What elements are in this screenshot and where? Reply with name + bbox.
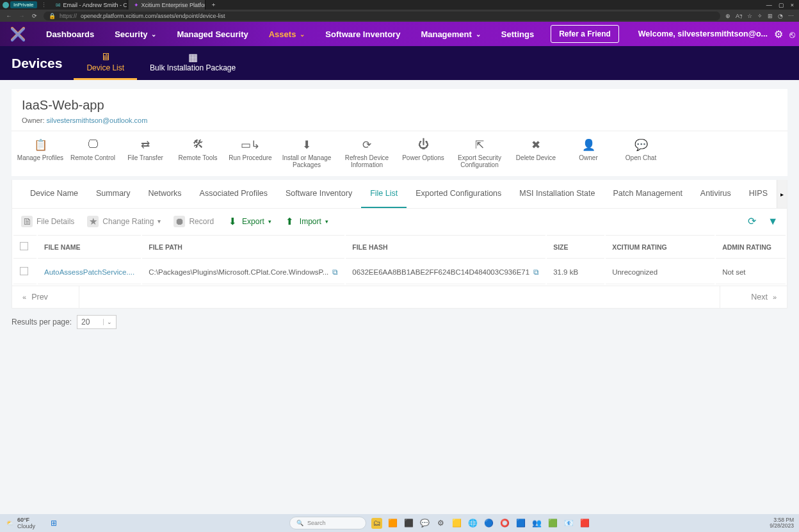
action-manage-profiles[interactable]: 📋Manage Profiles [15, 138, 65, 170]
record-button[interactable]: ⏺Record [174, 216, 214, 227]
row-checkbox[interactable] [20, 267, 28, 275]
results-per-page-select[interactable]: 20 ⌄ [77, 315, 117, 329]
action-export-security[interactable]: ⇱Export Security Configuration [451, 138, 508, 170]
tab-msi-state[interactable]: MSI Installation State [510, 180, 604, 208]
file-details-button[interactable]: 🗎File Details [21, 216, 74, 227]
last-page-icon[interactable]: » [773, 293, 777, 301]
action-file-transfer[interactable]: ⇄File Transfer [120, 138, 170, 170]
col-size[interactable]: SIZE [547, 235, 604, 259]
back-icon[interactable]: ← [5, 12, 13, 20]
col-file-hash[interactable]: FILE HASH [346, 235, 545, 259]
forward-icon[interactable]: → [18, 12, 26, 20]
tab-hips[interactable]: HIPS [740, 180, 777, 208]
tab-summary[interactable]: Summary [87, 180, 139, 208]
action-delete-device[interactable]: ✖Delete Device [511, 138, 561, 170]
tb-app-icon[interactable]: 🟥 [579, 518, 590, 529]
delete-icon: ✖ [531, 139, 540, 150]
tb-chrome-icon[interactable]: ⭕ [499, 518, 510, 529]
tab-exported-configs[interactable]: Exported Configurations [407, 180, 510, 208]
new-tab-button[interactable]: ＋ [207, 1, 220, 9]
tab-associated-profiles[interactable]: Associated Profiles [191, 180, 277, 208]
action-owner[interactable]: 👤Owner [563, 138, 613, 170]
copy-path-icon[interactable]: ⧉ [328, 268, 338, 277]
tab-file-list[interactable]: File List [361, 180, 407, 208]
minimize-icon[interactable]: — [766, 2, 772, 8]
nav-settings[interactable]: Settings [491, 22, 544, 46]
col-file-path[interactable]: FILE PATH [142, 235, 344, 259]
collections-icon[interactable]: ✧ [757, 13, 763, 19]
col-admin-rating[interactable]: ADMIN RATING [716, 235, 786, 259]
sub-tab-device-list[interactable]: 🖥 Device List [74, 46, 137, 80]
next-button[interactable]: Next [751, 293, 768, 302]
tab-software-inventory[interactable]: Software Inventory [277, 180, 361, 208]
export-icon: ⬇ [227, 216, 238, 227]
export-button[interactable]: ⬇Export▾ [227, 216, 271, 227]
read-aloud-icon[interactable]: A⁊ [736, 13, 742, 19]
tb-chat-icon[interactable]: 💬 [419, 518, 430, 529]
prev-button[interactable]: Prev [31, 293, 48, 302]
tb-app-icon[interactable]: ⬛ [403, 518, 414, 529]
change-rating-button[interactable]: ★Change Rating▾ [87, 216, 161, 227]
action-power-options[interactable]: ⏻Power Options [398, 138, 448, 170]
action-remote-tools[interactable]: 🛠Remote Tools [173, 138, 223, 170]
close-window-icon[interactable]: × [791, 2, 794, 8]
taskbar-search[interactable]: 🔍 Search [289, 517, 366, 529]
tb-settings-icon[interactable]: ⚙ [435, 518, 446, 529]
nav-software-inventory[interactable]: Software Inventory [315, 22, 410, 46]
nav-dashboards[interactable]: Dashboards [36, 22, 104, 46]
search-icon[interactable]: ⊕ [725, 13, 730, 19]
select-all-checkbox[interactable] [20, 242, 28, 250]
nav-security[interactable]: Security⌄ [104, 22, 166, 46]
gear-icon[interactable]: ⚙ [774, 28, 783, 40]
tb-outlook-icon[interactable]: 📧 [563, 518, 574, 529]
tb-app-icon[interactable]: 🟨 [451, 518, 462, 529]
nav-assets[interactable]: Assets⌄ [259, 22, 316, 46]
first-page-icon[interactable]: « [22, 293, 26, 301]
favorite-icon[interactable]: ☆ [747, 13, 752, 19]
action-open-chat[interactable]: 💬Open Chat [616, 138, 666, 170]
extensions-icon[interactable]: ⊞ [768, 13, 773, 19]
tabs-scroll-right[interactable]: ▸ [777, 180, 787, 208]
browser-tab-outlook[interactable]: ✉ Email - Andrew Smith - Outlook × [51, 0, 127, 10]
tab-patch-management[interactable]: Patch Management [604, 180, 691, 208]
tb-app-icon[interactable]: 🟦 [515, 518, 526, 529]
tb-explorer-icon[interactable]: 🗂 [371, 518, 382, 529]
copy-hash-icon[interactable]: ⧉ [529, 268, 539, 277]
maximize-icon[interactable]: ▢ [779, 2, 784, 8]
action-remote-control[interactable]: 🖵Remote Control [68, 138, 118, 170]
tb-app-icon[interactable]: 🟩 [547, 518, 558, 529]
col-file-name[interactable]: FILE NAME [38, 235, 141, 259]
nav-managed-security[interactable]: Managed Security [166, 22, 258, 46]
tb-teams-icon[interactable]: 👥 [531, 518, 542, 529]
nav-management[interactable]: Management⌄ [410, 22, 490, 46]
file-name-link[interactable]: AutoAssessPatchService.... [44, 268, 134, 276]
tab-antivirus[interactable]: Antivirus [691, 180, 740, 208]
chevron-down-icon: ⌄ [151, 31, 156, 38]
tab-device-name[interactable]: Device Name [21, 180, 87, 208]
tb-edge-icon[interactable]: 🔵 [483, 518, 494, 529]
tb-app-icon[interactable]: 🟧 [387, 518, 398, 529]
action-install-packages[interactable]: ⬇Install or Manage Packages [278, 138, 335, 170]
xcitium-logo[interactable] [8, 24, 28, 44]
address-bar[interactable]: 🔒 https://openedr.platform.xcitium.com/a… [44, 12, 720, 20]
filter-icon[interactable]: ▼ [768, 216, 778, 227]
refresh-icon[interactable]: ⟳ [31, 12, 38, 20]
tab-networks[interactable]: Networks [140, 180, 191, 208]
sub-tab-bulk-install[interactable]: ▦ Bulk Installation Package [137, 46, 248, 80]
refresh-table-icon[interactable]: ⟳ [748, 215, 756, 227]
tab-label: Xcitium Enterprise Platform [141, 2, 206, 8]
col-xcitium-rating[interactable]: XCITIUM RATING [606, 235, 714, 259]
start-button[interactable]: ⊞ [48, 518, 59, 529]
logout-icon[interactable]: ⎋ [789, 29, 795, 40]
tb-edge-icon[interactable]: 🌐 [467, 518, 478, 529]
browser-tab-xcitium[interactable]: ✦ Xcitium Enterprise Platform × [129, 0, 206, 10]
import-button[interactable]: ⬆Import▾ [284, 216, 328, 227]
action-refresh-info[interactable]: ⟳Refresh Device Information [338, 138, 396, 170]
refer-friend-button[interactable]: Refer a Friend [551, 25, 619, 43]
profile-icon[interactable]: ◔ [778, 13, 783, 19]
action-run-procedure[interactable]: ▭↳Run Procedure [225, 138, 275, 170]
table-row[interactable]: AutoAssessPatchService.... C:\Packages\P… [13, 260, 786, 284]
owner-email-link[interactable]: silvestersmithtson@outlook.com [47, 117, 148, 124]
taskbar-date[interactable]: 9/28/2023 [770, 523, 794, 529]
menu-icon[interactable]: ⋯ [788, 13, 794, 19]
